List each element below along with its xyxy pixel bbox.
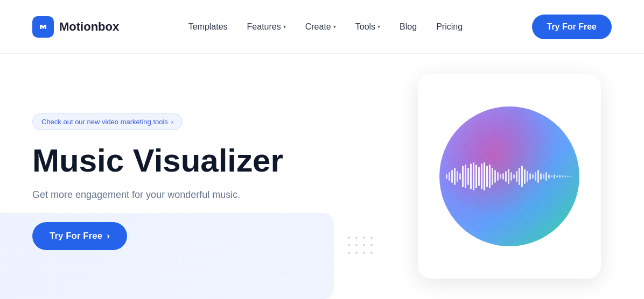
svg-rect-4 (454, 168, 456, 185)
svg-rect-29 (521, 166, 523, 187)
svg-rect-17 (489, 165, 491, 188)
svg-rect-34 (535, 172, 536, 181)
chevron-down-icon: ▾ (377, 24, 380, 30)
svg-rect-15 (484, 162, 485, 190)
header-cta-button[interactable]: Try For Free (532, 15, 612, 39)
svg-rect-7 (462, 166, 464, 187)
logo-text: Motionbox (59, 20, 119, 34)
svg-rect-24 (508, 169, 509, 184)
svg-rect-43 (559, 175, 561, 178)
nav-item-blog[interactable]: Blog (400, 22, 417, 32)
nav-item-features[interactable]: Features ▾ (247, 22, 286, 32)
svg-rect-47 (570, 176, 571, 177)
svg-rect-36 (540, 173, 542, 180)
svg-rect-38 (545, 172, 547, 181)
svg-rect-28 (519, 168, 520, 185)
svg-rect-2 (449, 172, 450, 181)
svg-rect-6 (459, 173, 461, 180)
svg-rect-35 (537, 170, 539, 183)
svg-rect-11 (473, 162, 474, 190)
arrow-icon: › (171, 118, 173, 126)
svg-rect-40 (551, 175, 552, 177)
logo[interactable]: Motionbox (32, 16, 119, 38)
hero-cta-button[interactable]: Try For Free › (32, 222, 127, 250)
svg-rect-1 (446, 174, 447, 179)
hero-section: Check out our new video marketing tools … (0, 54, 644, 299)
svg-rect-12 (475, 165, 477, 188)
hero-right (407, 54, 612, 299)
svg-rect-46 (567, 176, 569, 177)
arrow-icon: › (107, 231, 110, 241)
svg-rect-14 (481, 163, 482, 189)
chevron-down-icon: ▾ (283, 24, 286, 30)
svg-rect-37 (543, 174, 544, 179)
hero-subtitle: Get more engagement for your wonderful m… (32, 189, 386, 201)
hero-badge-text: Check out our new video marketing tools (41, 118, 168, 126)
svg-rect-22 (502, 173, 504, 180)
svg-rect-3 (451, 170, 453, 183)
svg-rect-10 (470, 163, 472, 189)
svg-rect-32 (529, 173, 531, 180)
svg-rect-16 (486, 166, 488, 187)
svg-rect-27 (516, 171, 517, 182)
nav-item-tools[interactable]: Tools ▾ (355, 22, 380, 32)
svg-rect-31 (527, 171, 528, 182)
svg-rect-41 (554, 174, 555, 179)
svg-rect-5 (457, 171, 458, 182)
svg-rect-23 (505, 171, 507, 182)
svg-rect-39 (548, 174, 550, 179)
waveform (439, 160, 579, 193)
svg-rect-25 (510, 172, 512, 181)
logo-icon (32, 16, 54, 38)
visualizer-card (418, 74, 601, 279)
nav-item-create[interactable]: Create ▾ (305, 22, 336, 32)
svg-rect-20 (497, 172, 499, 181)
svg-rect-30 (524, 169, 526, 184)
svg-rect-45 (564, 175, 566, 177)
nav-item-templates[interactable]: Templates (188, 22, 228, 32)
svg-rect-19 (494, 170, 496, 183)
chevron-down-icon: ▾ (333, 24, 336, 30)
nav-item-pricing[interactable]: Pricing (436, 22, 463, 32)
hero-left: Check out our new video marketing tools … (32, 54, 407, 299)
svg-rect-9 (467, 168, 469, 185)
svg-rect-21 (500, 174, 501, 179)
hero-title: Music Visualizer (32, 143, 386, 179)
svg-rect-26 (513, 174, 515, 179)
svg-rect-42 (556, 175, 558, 177)
hero-content: Check out our new video marketing tools … (32, 113, 386, 250)
main-nav: Templates Features ▾ Create ▾ Tools ▾ Bl… (188, 22, 463, 32)
header: Motionbox Templates Features ▾ Create ▾ … (0, 0, 644, 54)
visualizer-circle (439, 106, 579, 246)
svg-rect-13 (478, 167, 480, 186)
svg-rect-18 (492, 168, 493, 185)
hero-badge[interactable]: Check out our new video marketing tools … (32, 113, 183, 130)
svg-rect-33 (532, 174, 534, 179)
svg-rect-44 (562, 175, 563, 177)
svg-rect-8 (465, 165, 466, 188)
